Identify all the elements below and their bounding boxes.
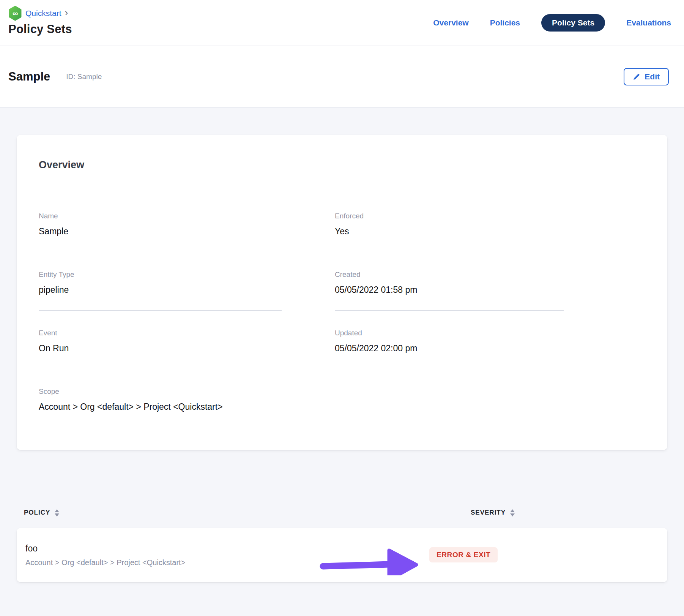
field-updated: Updated 05/05/2022 02:00 pm [335,329,564,369]
field-event: Event On Run [39,329,282,369]
sort-icon [55,509,59,516]
edit-button[interactable]: Edit [624,68,669,85]
page-title: Policy Sets [8,22,72,36]
field-enforced: Enforced Yes [335,212,564,252]
field-value: On Run [39,343,282,354]
column-header-policy[interactable]: POLICY [24,509,59,516]
breadcrumb-chevron-icon: › [65,9,68,18]
field-value: pipeline [39,285,282,295]
tab-policies[interactable]: Policies [490,18,520,27]
field-label: Scope [39,387,282,396]
field-label: Created [335,270,564,279]
field-value: Yes [335,226,564,237]
policies-table-header: POLICY SEVERITY [17,509,667,518]
field-label: Name [39,212,282,220]
entity-toolbar: Sample ID: Sample Edit [0,46,684,107]
field-value: Sample [39,226,282,237]
edit-button-label: Edit [645,72,660,81]
overview-section-title: Overview [39,159,564,171]
entity-id: ID: Sample [66,73,102,81]
overview-card: Overview Name Sample Enforced Yes Entity… [17,135,667,450]
field-value: 05/05/2022 02:00 pm [335,343,564,354]
sort-icon [510,509,515,516]
sort-down-triangle-icon [55,513,59,516]
breadcrumb-project-link[interactable]: Quickstart [25,9,61,18]
column-header-severity[interactable]: SEVERITY [471,509,515,516]
tab-evaluations[interactable]: Evaluations [626,18,671,27]
field-scope: Scope Account > Org <default> > Project … [39,387,282,427]
field-value: 05/05/2022 01:58 pm [335,285,564,295]
field-name: Name Sample [39,212,282,252]
header-left: ∞ Quickstart › Policy Sets [8,5,72,36]
policy-row[interactable]: foo Account > Org <default> > Project <Q… [17,528,667,582]
field-value: Account > Org <default> > Project <Quick… [39,402,282,412]
edit-pencil-icon [633,73,640,81]
page: ∞ Quickstart › Policy Sets Overview Poli… [0,0,684,616]
annotation-arrow-icon [318,537,420,575]
sort-up-triangle-icon [55,509,59,512]
sort-up-triangle-icon [510,509,515,512]
field-label: Updated [335,329,564,337]
page-header: ∞ Quickstart › Policy Sets Overview Poli… [0,0,684,46]
main-content: Overview Name Sample Enforced Yes Entity… [0,107,684,616]
infinity-glyph: ∞ [13,9,18,17]
field-label: Event [39,329,282,337]
field-created: Created 05/05/2022 01:58 pm [335,270,564,311]
severity-badge: ERROR & EXIT [429,547,498,562]
tab-overview[interactable]: Overview [433,18,468,27]
tab-policy-sets[interactable]: Policy Sets [541,14,605,32]
field-label: Enforced [335,212,564,220]
field-label: Entity Type [39,270,282,279]
project-hexagon-icon: ∞ [8,6,22,21]
sort-down-triangle-icon [510,513,515,516]
header-tabs: Overview Policies Policy Sets Evaluation… [433,14,671,32]
breadcrumb: ∞ Quickstart › [8,5,72,22]
entity-title: Sample [8,70,50,84]
overview-field-grid: Name Sample Enforced Yes Entity Type pip… [39,212,564,427]
column-header-severity-label: SEVERITY [471,509,506,516]
field-entity-type: Entity Type pipeline [39,270,282,311]
column-header-policy-label: POLICY [24,509,50,516]
